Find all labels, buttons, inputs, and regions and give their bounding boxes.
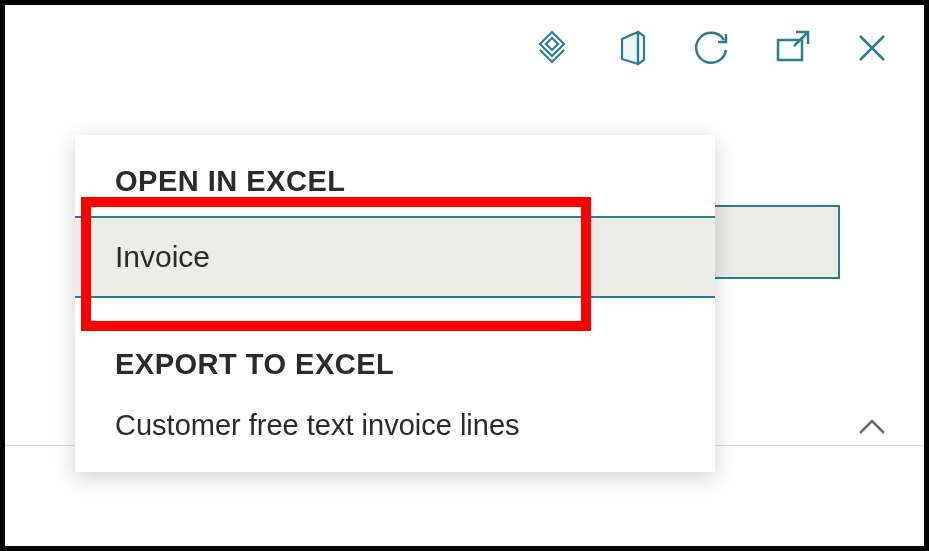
menu-item-customer-lines[interactable]: Customer free text invoice lines (75, 399, 715, 442)
menu-item-invoice[interactable]: Invoice (75, 216, 715, 298)
menu-item-label: Invoice (115, 240, 210, 273)
office-icon[interactable] (610, 26, 654, 70)
export-to-excel-heading: EXPORT TO EXCEL (75, 348, 715, 399)
office-dropdown-panel: OPEN IN EXCEL Invoice EXPORT TO EXCEL Cu… (75, 135, 715, 472)
toolbar (530, 23, 894, 73)
refresh-icon[interactable] (690, 26, 734, 70)
close-icon[interactable] (850, 26, 894, 70)
open-in-excel-heading: OPEN IN EXCEL (75, 165, 715, 216)
open-new-window-icon[interactable] (770, 26, 814, 70)
integration-icon[interactable] (530, 26, 574, 70)
menu-item-label: Customer free text invoice lines (115, 409, 520, 441)
collapse-chevron-icon[interactable] (852, 407, 892, 451)
